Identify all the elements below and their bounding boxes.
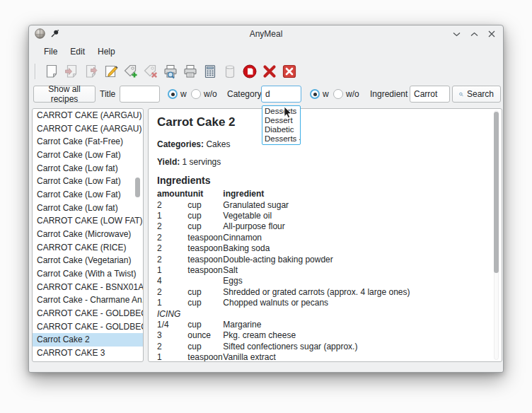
- ingredient-row: 2teaspoonDouble-acting baking powder: [157, 254, 410, 264]
- category-label: Category: [227, 86, 262, 103]
- menu-file[interactable]: File: [37, 44, 64, 59]
- new-recipe-button[interactable]: [42, 62, 62, 81]
- list-item[interactable]: CARROT CAKE - GOLDBECK: [33, 320, 143, 334]
- close-button[interactable]: [486, 28, 497, 40]
- list-item[interactable]: Carrot Cake (Microwave): [33, 228, 143, 241]
- search-button-label: Search: [467, 89, 494, 99]
- search-button[interactable]: Search: [452, 86, 501, 103]
- list-scrollbar[interactable]: [135, 178, 140, 197]
- import-file-button[interactable]: [62, 62, 81, 81]
- print-button[interactable]: [180, 62, 200, 81]
- add-category-button[interactable]: [121, 62, 141, 81]
- list-item[interactable]: CARROT CAKE (AARGAU): [33, 109, 143, 122]
- title-with-radio[interactable]: [168, 89, 178, 99]
- ingredient-row: 1cupChopped walnuts or pecans: [157, 298, 410, 308]
- title-input[interactable]: [120, 86, 160, 103]
- list-item[interactable]: CARROT CAKE 3: [33, 347, 143, 360]
- list-item[interactable]: Carrot Cake (Fat-Free): [33, 135, 143, 149]
- ingredient-row: 2teaspoonBaking soda: [157, 243, 410, 254]
- import-file-icon: [64, 64, 79, 79]
- dropdown-item[interactable]: Desserts: [262, 107, 300, 116]
- content-scrollbar[interactable]: [494, 112, 499, 273]
- ingredient-row: 2cupShredded or grated carrots (approx. …: [157, 286, 410, 297]
- ingredient-row: 1teaspoonSalt: [157, 264, 410, 275]
- dropdown-item[interactable]: Desserts -: [262, 134, 300, 144]
- edit-recipe-button[interactable]: [101, 62, 121, 81]
- list-item[interactable]: Carrot Cake (Vegetarian): [33, 254, 143, 267]
- remove-category-icon: [143, 64, 158, 79]
- abort-button[interactable]: [240, 62, 260, 81]
- ingredient-row: 2cupAll-purpose flour: [157, 221, 410, 232]
- category-input[interactable]: [261, 86, 301, 103]
- title-label: Title: [100, 86, 115, 103]
- category-without-label: w/o: [346, 89, 359, 99]
- category-without-radio[interactable]: [333, 89, 343, 99]
- recipe-title: Carrot Cake 2: [157, 115, 492, 129]
- recipe-yield: Yield: 1 servings: [157, 157, 492, 167]
- ingredients-header-row: amount unit ingredient: [157, 188, 410, 199]
- recipe-view-panel: Carrot Cake 2 Categories: Cakes Yield: 1…: [148, 108, 502, 362]
- minimize-button[interactable]: [451, 28, 462, 40]
- recipe-list: CARROT CAKE (AARGAU)CARROT CAKE (AARGAU)…: [33, 109, 143, 360]
- add-category-icon: [123, 64, 139, 79]
- ingredients-table: amount unit ingredient 2cupGranulated su…: [157, 188, 410, 362]
- list-item[interactable]: Carrot Cake 2: [33, 333, 143, 347]
- quit-icon: [282, 64, 297, 79]
- list-item[interactable]: CARROT CAKE (RICE): [33, 241, 143, 255]
- ingredient-row: 2cupGranulated sugar: [157, 199, 410, 210]
- ingredient-section-row: ICING: [157, 308, 410, 319]
- unit-header: unit: [187, 188, 223, 199]
- list-item[interactable]: CARROT CAKE (AARGAU): [33, 122, 143, 136]
- ingredient-row: 3ouncePkg. cream cheese: [157, 330, 410, 341]
- quit-button[interactable]: [279, 62, 299, 81]
- ingredients-table-body: 2cupGranulated sugar1cupVegetable oil2cu…: [157, 199, 410, 362]
- title-with-radio-group: w: [168, 86, 187, 103]
- ingredient-row: 1/4cupMargarine: [157, 319, 410, 330]
- export-file-icon: [83, 64, 99, 79]
- title-without-label: w/o: [204, 89, 217, 99]
- menu-help[interactable]: Help: [91, 44, 122, 59]
- category-with-radio-group: w: [310, 86, 329, 103]
- ingredient-input[interactable]: [410, 86, 450, 103]
- ingredients-heading: Ingredients: [157, 175, 492, 186]
- export-file-button[interactable]: [81, 62, 101, 81]
- dropdown-item[interactable]: Diabetic: [262, 125, 300, 134]
- list-item[interactable]: Carrot Cake (Low Fat): [33, 188, 143, 202]
- amount-header: amount: [157, 188, 187, 199]
- menubar: File Edit Help: [29, 42, 503, 60]
- category-with-radio[interactable]: [310, 89, 320, 99]
- dropdown-item[interactable]: Dessert: [262, 116, 300, 125]
- category-with-label: w: [323, 89, 329, 99]
- maximize-button[interactable]: [468, 28, 480, 40]
- menu-edit[interactable]: Edit: [64, 44, 91, 59]
- list-item[interactable]: Carrot Cake (Low Fat): [33, 149, 143, 162]
- list-item[interactable]: Carrot Cake (Low fat): [33, 202, 143, 215]
- ingredient-row: 1cupVegetable oil: [157, 210, 410, 221]
- remove-category-button[interactable]: [141, 62, 161, 81]
- recipe-list-panel: CARROT CAKE (AARGAU)CARROT CAKE (AARGAU)…: [32, 108, 144, 362]
- recipe-view: Carrot Cake 2 Categories: Cakes Yield: 1…: [149, 109, 502, 362]
- print-preview-icon: [163, 64, 178, 79]
- show-all-recipes-button[interactable]: Show all recipes: [33, 86, 96, 103]
- list-item[interactable]: Carrot Cake (Low fat): [33, 162, 143, 175]
- ingredient-row: 4Eggs: [157, 276, 410, 286]
- list-item[interactable]: Carrot Cake - Charmane An...: [33, 293, 143, 307]
- list-item[interactable]: CARROT CAKE (LOW FAT): [33, 214, 143, 228]
- recipe-categories: Categories: Cakes: [157, 139, 492, 149]
- trash-icon: [222, 64, 238, 79]
- calculator-button[interactable]: [200, 62, 220, 81]
- ingredient-label: Ingredient: [370, 86, 407, 103]
- delete-recipe-button[interactable]: [260, 62, 279, 81]
- ingredient-row: 2teaspoonCinnamon: [157, 232, 410, 243]
- titlebar[interactable]: AnyMeal: [29, 25, 503, 42]
- ingredient-header: ingredient: [223, 188, 410, 199]
- print-preview-button[interactable]: [161, 62, 180, 81]
- anymeal-window: AnyMeal File Edit Help: [28, 25, 504, 373]
- list-item[interactable]: Carrot Cake (Low Fat): [33, 175, 143, 188]
- list-item[interactable]: Carrot Cake (With a Twist): [33, 267, 143, 281]
- list-item[interactable]: CARROT CAKE - BSNX01A: [33, 281, 143, 294]
- trash-button[interactable]: [220, 62, 240, 81]
- title-without-radio[interactable]: [191, 89, 201, 99]
- title-with-label: w: [180, 89, 187, 99]
- list-item[interactable]: CARROT CAKE - GOLDBECK: [33, 307, 143, 320]
